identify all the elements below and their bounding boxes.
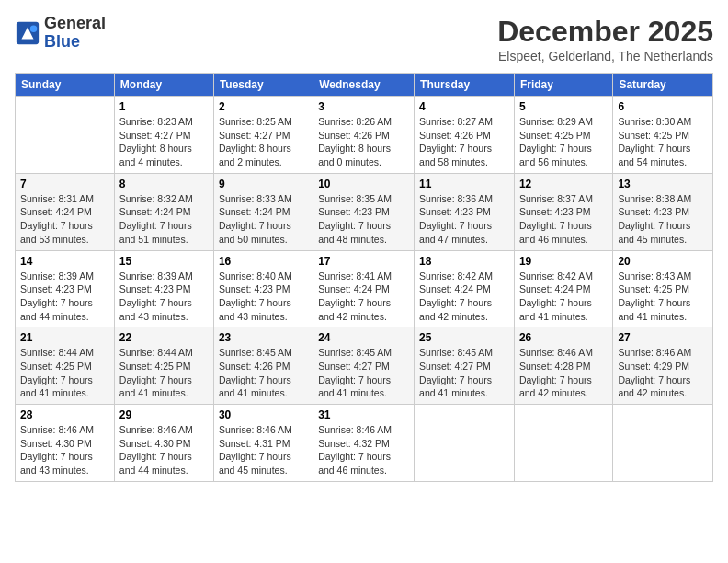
day-number: 6 xyxy=(618,100,708,113)
calendar-day-cell: 20Sunrise: 8:43 AMSunset: 4:25 PMDayligh… xyxy=(613,250,713,327)
day-number: 28 xyxy=(20,408,109,421)
calendar-day-cell: 26Sunrise: 8:46 AMSunset: 4:28 PMDayligh… xyxy=(514,327,612,405)
day-info: Sunrise: 8:45 AMSunset: 4:27 PMDaylight:… xyxy=(318,346,409,400)
day-info: Sunrise: 8:27 AMSunset: 4:26 PMDaylight:… xyxy=(419,115,509,169)
day-number: 25 xyxy=(419,331,509,344)
calendar-day-cell: 31Sunrise: 8:46 AMSunset: 4:32 PMDayligh… xyxy=(313,405,415,482)
weekday-header: Friday xyxy=(514,74,612,97)
day-info: Sunrise: 8:42 AMSunset: 4:24 PMDaylight:… xyxy=(519,270,608,324)
day-number: 16 xyxy=(219,255,308,268)
logo-general-text: General xyxy=(44,15,106,33)
day-info: Sunrise: 8:46 AMSunset: 4:31 PMDaylight:… xyxy=(219,423,308,477)
day-info: Sunrise: 8:46 AMSunset: 4:30 PMDaylight:… xyxy=(119,423,209,477)
calendar-week-row: 1Sunrise: 8:23 AMSunset: 4:27 PMDaylight… xyxy=(16,97,713,174)
weekday-header: Saturday xyxy=(613,74,713,97)
calendar-day-cell: 1Sunrise: 8:23 AMSunset: 4:27 PMDaylight… xyxy=(114,97,213,174)
day-info: Sunrise: 8:32 AMSunset: 4:24 PMDaylight:… xyxy=(119,192,209,247)
calendar-day-cell: 15Sunrise: 8:39 AMSunset: 4:23 PMDayligh… xyxy=(114,250,213,327)
calendar-day-cell: 27Sunrise: 8:46 AMSunset: 4:29 PMDayligh… xyxy=(613,327,713,405)
calendar-header-row: SundayMondayTuesdayWednesdayThursdayFrid… xyxy=(16,74,713,97)
title-block: December 2025 Elspeet, Gelderland, The N… xyxy=(497,15,713,63)
day-info: Sunrise: 8:42 AMSunset: 4:24 PMDaylight:… xyxy=(419,270,509,324)
logo-blue-text: Blue xyxy=(44,33,106,52)
day-info: Sunrise: 8:46 AMSunset: 4:29 PMDaylight:… xyxy=(618,346,708,400)
weekday-header: Tuesday xyxy=(213,74,313,97)
calendar-day-cell: 29Sunrise: 8:46 AMSunset: 4:30 PMDayligh… xyxy=(114,405,213,482)
day-info: Sunrise: 8:33 AMSunset: 4:24 PMDaylight:… xyxy=(219,192,308,247)
calendar-day-cell: 30Sunrise: 8:46 AMSunset: 4:31 PMDayligh… xyxy=(213,405,313,482)
weekday-header: Thursday xyxy=(415,74,515,97)
day-info: Sunrise: 8:31 AMSunset: 4:24 PMDaylight:… xyxy=(20,192,109,247)
day-number: 9 xyxy=(219,178,308,190)
day-number: 7 xyxy=(20,178,109,190)
day-number: 30 xyxy=(219,408,308,421)
weekday-header: Wednesday xyxy=(313,74,415,97)
calendar-day-cell: 22Sunrise: 8:44 AMSunset: 4:25 PMDayligh… xyxy=(114,327,213,405)
calendar-table: SundayMondayTuesdayWednesdayThursdayFrid… xyxy=(15,73,713,482)
calendar-day-cell: 13Sunrise: 8:38 AMSunset: 4:23 PMDayligh… xyxy=(613,173,713,250)
day-number: 23 xyxy=(219,331,308,344)
calendar-day-cell: 21Sunrise: 8:44 AMSunset: 4:25 PMDayligh… xyxy=(16,327,115,405)
calendar-day-cell: 9Sunrise: 8:33 AMSunset: 4:24 PMDaylight… xyxy=(213,173,313,250)
weekday-header: Sunday xyxy=(16,74,115,97)
logo-icon xyxy=(15,20,40,46)
calendar-day-cell xyxy=(415,405,515,482)
day-number: 21 xyxy=(20,331,109,344)
day-info: Sunrise: 8:46 AMSunset: 4:30 PMDaylight:… xyxy=(20,423,109,477)
day-info: Sunrise: 8:35 AMSunset: 4:23 PMDaylight:… xyxy=(318,192,409,247)
calendar-day-cell: 25Sunrise: 8:45 AMSunset: 4:27 PMDayligh… xyxy=(415,327,515,405)
day-number: 4 xyxy=(419,100,509,113)
page-header: General Blue December 2025 Elspeet, Geld… xyxy=(15,15,713,63)
calendar-day-cell: 3Sunrise: 8:26 AMSunset: 4:26 PMDaylight… xyxy=(313,97,415,174)
calendar-day-cell: 17Sunrise: 8:41 AMSunset: 4:24 PMDayligh… xyxy=(313,250,415,327)
day-info: Sunrise: 8:45 AMSunset: 4:26 PMDaylight:… xyxy=(219,346,308,400)
day-number: 15 xyxy=(119,255,209,268)
day-number: 24 xyxy=(318,331,409,344)
day-number: 14 xyxy=(20,255,109,268)
day-info: Sunrise: 8:23 AMSunset: 4:27 PMDaylight:… xyxy=(119,115,209,169)
day-info: Sunrise: 8:39 AMSunset: 4:23 PMDaylight:… xyxy=(20,270,109,324)
day-info: Sunrise: 8:39 AMSunset: 4:23 PMDaylight:… xyxy=(119,270,209,324)
day-number: 3 xyxy=(318,100,409,113)
calendar-day-cell: 2Sunrise: 8:25 AMSunset: 4:27 PMDaylight… xyxy=(213,97,313,174)
calendar-day-cell: 23Sunrise: 8:45 AMSunset: 4:26 PMDayligh… xyxy=(213,327,313,405)
calendar-week-row: 28Sunrise: 8:46 AMSunset: 4:30 PMDayligh… xyxy=(16,405,713,482)
day-info: Sunrise: 8:43 AMSunset: 4:25 PMDaylight:… xyxy=(618,270,708,324)
day-info: Sunrise: 8:29 AMSunset: 4:25 PMDaylight:… xyxy=(519,115,608,169)
calendar-day-cell xyxy=(16,97,115,174)
calendar-day-cell: 19Sunrise: 8:42 AMSunset: 4:24 PMDayligh… xyxy=(514,250,612,327)
day-info: Sunrise: 8:30 AMSunset: 4:25 PMDaylight:… xyxy=(618,115,708,169)
calendar-day-cell: 8Sunrise: 8:32 AMSunset: 4:24 PMDaylight… xyxy=(114,173,213,250)
calendar-day-cell: 10Sunrise: 8:35 AMSunset: 4:23 PMDayligh… xyxy=(313,173,415,250)
day-number: 10 xyxy=(318,178,409,190)
day-info: Sunrise: 8:46 AMSunset: 4:28 PMDaylight:… xyxy=(519,346,608,400)
calendar-day-cell: 16Sunrise: 8:40 AMSunset: 4:23 PMDayligh… xyxy=(213,250,313,327)
month-title: December 2025 xyxy=(497,15,713,49)
day-number: 12 xyxy=(519,178,608,190)
calendar-day-cell: 11Sunrise: 8:36 AMSunset: 4:23 PMDayligh… xyxy=(415,173,515,250)
day-number: 1 xyxy=(119,100,209,113)
day-info: Sunrise: 8:37 AMSunset: 4:23 PMDaylight:… xyxy=(519,192,608,247)
day-info: Sunrise: 8:41 AMSunset: 4:24 PMDaylight:… xyxy=(318,270,409,324)
calendar-day-cell: 12Sunrise: 8:37 AMSunset: 4:23 PMDayligh… xyxy=(514,173,612,250)
calendar-week-row: 21Sunrise: 8:44 AMSunset: 4:25 PMDayligh… xyxy=(16,327,713,405)
calendar-day-cell: 28Sunrise: 8:46 AMSunset: 4:30 PMDayligh… xyxy=(16,405,115,482)
day-info: Sunrise: 8:36 AMSunset: 4:23 PMDaylight:… xyxy=(419,192,509,247)
calendar-day-cell: 18Sunrise: 8:42 AMSunset: 4:24 PMDayligh… xyxy=(415,250,515,327)
day-info: Sunrise: 8:40 AMSunset: 4:23 PMDaylight:… xyxy=(219,270,308,324)
day-number: 27 xyxy=(618,331,708,344)
day-number: 13 xyxy=(618,178,708,190)
day-info: Sunrise: 8:26 AMSunset: 4:26 PMDaylight:… xyxy=(318,115,409,169)
day-info: Sunrise: 8:45 AMSunset: 4:27 PMDaylight:… xyxy=(419,346,509,400)
day-number: 2 xyxy=(219,100,308,113)
day-number: 11 xyxy=(419,178,509,190)
calendar-day-cell xyxy=(613,405,713,482)
calendar-day-cell: 14Sunrise: 8:39 AMSunset: 4:23 PMDayligh… xyxy=(16,250,115,327)
day-number: 5 xyxy=(519,100,608,113)
day-info: Sunrise: 8:46 AMSunset: 4:32 PMDaylight:… xyxy=(318,423,409,477)
day-info: Sunrise: 8:44 AMSunset: 4:25 PMDaylight:… xyxy=(119,346,209,400)
day-number: 17 xyxy=(318,255,409,268)
day-info: Sunrise: 8:44 AMSunset: 4:25 PMDaylight:… xyxy=(20,346,109,400)
day-info: Sunrise: 8:25 AMSunset: 4:27 PMDaylight:… xyxy=(219,115,308,169)
day-number: 19 xyxy=(519,255,608,268)
